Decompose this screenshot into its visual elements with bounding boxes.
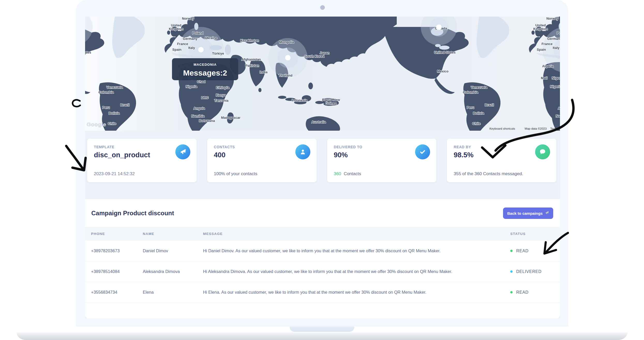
cell-message: Hi Daniel Dimov. As our valued customer,… — [203, 248, 510, 253]
status-dot — [510, 270, 513, 273]
stat-subtext: 355 of the 360 Contacts messaged. — [454, 171, 523, 176]
column-header-phone: PHONE — [91, 232, 143, 236]
cell-phone: +38978514084 — [91, 269, 143, 274]
stat-subtext: 2023-09-21 14:52:32 — [94, 171, 135, 176]
stat-card-read: READ BY 98.5% 355 of the 360 Contacts me… — [447, 139, 556, 182]
cell-phone: +3556834734 — [91, 290, 143, 295]
stat-card-template: TEMPLATE disc_on_product 2023-09-21 14:5… — [87, 139, 197, 182]
stat-card-delivered: DELIVERED TO 90% 360Contacts — [327, 139, 437, 182]
cell-status: DELIVERED — [510, 269, 560, 274]
table-header-row: PHONE NAME MESSAGE STATUS — [85, 227, 560, 241]
cell-status: READ — [510, 249, 560, 253]
map-data-copyright: Map data ©2023 — [525, 127, 546, 130]
google-watermark: Google — [87, 121, 106, 127]
laptop-hinge-notch — [290, 327, 354, 332]
check-icon — [415, 144, 430, 159]
column-header-name: NAME — [143, 232, 203, 236]
stats-row: TEMPLATE disc_on_product 2023-09-21 14:5… — [85, 139, 560, 182]
cell-status: READ — [510, 290, 560, 295]
world-map[interactable]: United StatesCanadaMexicoVenezuelaColomb… — [85, 17, 560, 131]
megaphone-icon — [175, 144, 190, 159]
webcam-dot — [320, 5, 325, 10]
map-terms-link[interactable]: Terms — [550, 127, 558, 130]
column-header-message: MESSAGE — [203, 232, 510, 236]
table-row: +38978514084 Aleksandra Dimova Hi Aleksa… — [85, 261, 560, 282]
stat-label: TEMPLATE — [94, 145, 190, 149]
cell-name: Elena — [143, 290, 203, 295]
column-header-status: STATUS — [510, 232, 560, 236]
stat-card-contacts: CONTACTS 400 100% of your contacts — [207, 139, 317, 182]
status-label: READ — [516, 249, 529, 253]
table-body: +38978203673 Daniel Dimov Hi Daniel Dimo… — [85, 241, 560, 303]
map-tooltip: MACEDONIA Messages:2 — [172, 58, 238, 80]
status-label: DELIVERED — [516, 269, 542, 274]
tooltip-messages: Messages:2 — [183, 69, 227, 77]
cell-message: Hi Elena. As our valued customer, we lik… — [203, 290, 510, 295]
status-dot — [510, 250, 513, 252]
stat-label: CONTACTS — [214, 145, 310, 149]
chat-icon — [535, 144, 550, 159]
dashboard-content: United StatesCanadaMexicoVenezuelaColomb… — [85, 17, 560, 318]
megaphone-emoji-icon — [545, 211, 549, 216]
stat-subtext: 360Contacts — [334, 171, 361, 176]
delivered-count: 360 — [334, 171, 341, 176]
cell-name: Aleksandra Dimova — [143, 269, 203, 274]
map-keyboard-shortcuts[interactable]: Keyboard shortcuts — [489, 127, 515, 130]
user-icon — [295, 144, 310, 159]
cell-phone: +38978203673 — [91, 248, 143, 253]
table-row: +38978203673 Daniel Dimov Hi Daniel Dimo… — [85, 241, 560, 261]
campaign-title: Campaign Product discount — [91, 210, 174, 217]
table-row: +3556834734 Elena Hi Elena. As our value… — [85, 282, 560, 303]
status-label: READ — [516, 290, 529, 295]
stat-label: READ BY — [454, 145, 550, 149]
back-button-label: Back to campaings — [507, 211, 543, 216]
cell-name: Daniel Dimov — [143, 248, 203, 253]
cell-message: Hi Aleksandra Dimova. As our valued cust… — [203, 269, 510, 274]
stat-label: DELIVERED TO — [334, 145, 430, 149]
tooltip-country: MACEDONIA — [193, 63, 216, 66]
status-dot — [510, 291, 513, 293]
page: United StatesCanadaMexicoVenezuelaColomb… — [0, 0, 644, 340]
campaign-panel: Campaign Product discount Back to campai… — [85, 199, 560, 318]
laptop-screen: United StatesCanadaMexicoVenezuelaColomb… — [76, 0, 568, 327]
stat-subtext: 100% of your contacts — [214, 171, 257, 176]
back-to-campaigns-button[interactable]: Back to campaings — [503, 208, 553, 219]
